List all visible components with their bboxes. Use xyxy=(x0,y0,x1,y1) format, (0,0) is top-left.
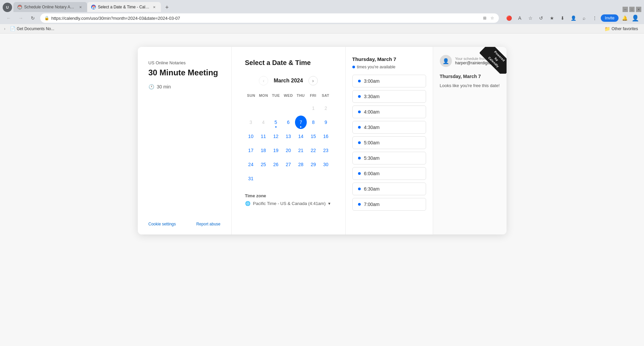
invite-button[interactable]: Invite xyxy=(601,14,619,22)
cookie-settings-link[interactable]: Cookie settings xyxy=(149,222,176,226)
bookmark-icon[interactable]: ☆ xyxy=(526,13,535,23)
calendar-day xyxy=(257,172,269,185)
calendar-day[interactable]: 18 xyxy=(257,144,269,157)
calendar-day[interactable]: 13 xyxy=(282,130,294,143)
meeting-title: 30 Minute Meeting xyxy=(149,68,221,77)
timezone-selector[interactable]: 🌐 Pacific Time - US & Canada (4:41am) ▾ xyxy=(245,201,332,206)
meeting-duration: 🕐 30 min xyxy=(149,84,221,89)
calendar-day xyxy=(295,101,307,115)
refresh-button[interactable]: ↻ xyxy=(28,13,38,23)
chevron-right-icon: › xyxy=(4,26,5,31)
duration-text: 30 min xyxy=(157,84,171,89)
reader-mode-icon[interactable]: ⊞ xyxy=(482,15,487,21)
calendar-day xyxy=(257,101,269,115)
maximize-button[interactable]: □ xyxy=(629,7,635,12)
time-slot[interactable]: 5:30am xyxy=(352,152,426,164)
tab1-favicon: 📅 xyxy=(17,5,22,9)
time-slot[interactable]: 6:30am xyxy=(352,183,426,195)
calendar-day[interactable]: 27 xyxy=(282,158,294,171)
calendar-day[interactable]: 20 xyxy=(282,144,294,157)
bookmark-other-favorites[interactable]: 📁 Other favorites xyxy=(602,25,640,32)
time-slot[interactable]: 3:00am xyxy=(352,75,426,87)
calendar-day[interactable]: 31 xyxy=(245,172,257,185)
day-header-wed: WED xyxy=(282,92,295,99)
time-slot[interactable]: 4:30am xyxy=(352,121,426,134)
calendar-day[interactable]: 15 xyxy=(307,130,319,143)
minimize-button[interactable]: ─ xyxy=(623,7,628,12)
calendar-day[interactable]: 16 xyxy=(320,130,332,143)
tab1-close-button[interactable]: ✕ xyxy=(78,4,83,10)
calendar-day: 4 xyxy=(257,116,269,129)
tab1-title: Schedule Online Notary Appoints xyxy=(24,5,76,9)
time-slot[interactable]: 3:30am xyxy=(352,90,426,103)
day-headers: SUN MON TUE WED THU FRI SAT xyxy=(245,92,332,99)
time-slot[interactable]: 7:00am xyxy=(352,198,426,211)
day-header-mon: MON xyxy=(257,92,270,99)
tab2-close-button[interactable]: ✕ xyxy=(152,4,157,10)
calendar-day[interactable]: 24 xyxy=(245,158,257,171)
calendar-day[interactable]: 6 xyxy=(282,116,294,129)
calendar-day[interactable]: 22 xyxy=(307,144,319,157)
calendar-day[interactable]: 8 xyxy=(307,116,319,129)
next-month-button[interactable]: › xyxy=(308,76,318,85)
profile-pic[interactable]: 👤 xyxy=(631,13,640,23)
time-dot xyxy=(358,126,361,129)
month-label: March 2024 xyxy=(274,78,303,84)
history-icon[interactable]: ↺ xyxy=(536,13,546,23)
chevron-down-icon: ▾ xyxy=(328,201,331,206)
calendar-day xyxy=(282,172,294,185)
calendar-day[interactable]: 19 xyxy=(270,144,282,157)
calendar-day[interactable]: 23 xyxy=(320,144,332,157)
time-label: 5:30am xyxy=(364,155,380,161)
calendar-day[interactable]: 17 xyxy=(245,144,257,157)
calendar-day[interactable]: 9 xyxy=(320,116,332,129)
bookmarks-icon[interactable]: ★ xyxy=(547,13,557,23)
bookmarks-bar: › 📄 Get Documents No... 📁 Other favorite… xyxy=(0,24,644,33)
calendar-day: 1 xyxy=(307,101,319,115)
forward-button[interactable]: → xyxy=(16,13,25,23)
tab-calendly[interactable]: 📅 Select a Date & Time - Calendly ✕ xyxy=(87,2,161,12)
notification-icon[interactable]: 🔔 xyxy=(620,13,629,23)
calendar-day[interactable]: 14 xyxy=(295,130,307,143)
time-slot[interactable]: 6:00am xyxy=(352,167,426,180)
time-slot[interactable]: 4:00am xyxy=(352,106,426,118)
day-header-fri: FRI xyxy=(307,92,319,99)
close-button[interactable]: ✕ xyxy=(636,7,641,12)
prev-month-button[interactable]: ‹ xyxy=(259,76,268,85)
calendar-day[interactable]: 21 xyxy=(295,144,307,157)
settings-icon[interactable]: ⋮ xyxy=(590,13,599,23)
calendar-day xyxy=(320,172,332,185)
left-footer: Cookie settings Report abuse xyxy=(149,222,221,226)
time-slot[interactable]: 5:00am xyxy=(352,136,426,149)
profile-avatar[interactable]: U xyxy=(3,3,12,12)
other-favorites-label: Other favorites xyxy=(611,26,638,31)
calendar-day[interactable]: 29 xyxy=(307,158,319,171)
free-notice: Looks like you're free this date! xyxy=(440,82,500,89)
calendar-day[interactable]: 28 xyxy=(295,158,307,171)
star-icon[interactable]: ☆ xyxy=(489,15,495,21)
left-panel: US Online Notaries 30 Minute Meeting 🕐 3… xyxy=(138,47,232,234)
bookmark-get-documents[interactable]: 📄 Get Documents No... xyxy=(8,25,56,32)
calendar-day[interactable]: 26 xyxy=(270,158,282,171)
translate-icon[interactable]: A xyxy=(515,13,524,23)
report-abuse-link[interactable]: Report abuse xyxy=(196,222,220,226)
tab-schedule[interactable]: 📅 Schedule Online Notary Appoints ✕ xyxy=(13,2,87,12)
calendar-day[interactable]: 25 xyxy=(257,158,269,171)
search-icon[interactable]: ⌕ xyxy=(579,13,589,23)
url-bar[interactable]: 🔒 https://calendly.com/uso/30min?month=2… xyxy=(40,13,499,23)
day-header-sat: SAT xyxy=(319,92,332,99)
calendar-day[interactable]: 5 xyxy=(270,116,282,129)
calendar-day[interactable]: 11 xyxy=(257,130,269,143)
downloads-icon[interactable]: ⬇ xyxy=(558,13,567,23)
calendar-day[interactable]: 7 xyxy=(295,116,307,129)
back-button[interactable]: ← xyxy=(4,13,13,23)
calendar-day[interactable]: 30 xyxy=(320,158,332,171)
calendar-day[interactable]: 12 xyxy=(270,130,282,143)
profile-icon[interactable]: 👤 xyxy=(569,13,578,23)
schedule-avatar: 👤 xyxy=(440,55,452,67)
new-tab-button[interactable]: + xyxy=(162,3,172,12)
extensions-icon[interactable]: 🔴 xyxy=(504,13,514,23)
calendar-day xyxy=(295,172,307,185)
calendar-day[interactable]: 10 xyxy=(245,130,257,143)
calendar-day xyxy=(307,172,319,185)
